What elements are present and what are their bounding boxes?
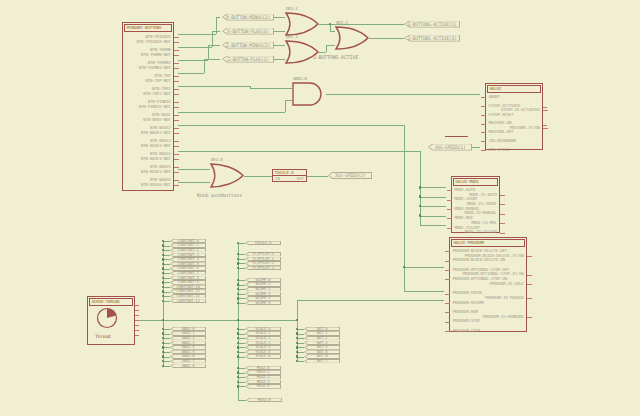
pendant-pin-pair[interactable]: BTN-BASE6BTN-BASE6-NOT <box>123 177 173 190</box>
or-gate-or2-0[interactable] <box>210 163 244 188</box>
net-flag-constant-8[interactable]: CONSTANT.8 <box>170 276 206 281</box>
net-flag-constant-13[interactable]: CONSTANT.13 <box>170 299 206 304</box>
net-flag-wcomp-0[interactable]: WCOMP.0 <box>245 278 281 283</box>
net-flag-x-button-plus[interactable]: X-BUTTON-PLUS(2) <box>222 28 274 35</box>
net-flag-scale-1[interactable]: SCALE.1 <box>245 331 281 336</box>
net-flag-z-button-plus[interactable]: Z-BUTTON-PLUS(2) <box>222 56 274 63</box>
net-flag-constant-5[interactable]: CONSTANT.5 <box>170 262 206 267</box>
pin-row[interactable]: MODE.IS-TELEOP <box>452 230 499 235</box>
halui-mode-block[interactable]: HALUI-MODE MODE.AUTOMODE.IS-AUTOMODE.JOI… <box>451 176 500 233</box>
net-flag-scale-5[interactable]: SCALE.5 <box>245 350 281 355</box>
net-flag-mux2-3[interactable]: MUX2.3 <box>245 380 281 385</box>
net-flag-constant-7[interactable]: CONSTANT.7 <box>170 271 206 276</box>
net-flag-flipflop-0[interactable]: FLIPFLOP.0 <box>245 252 281 257</box>
net-flag-scale-6[interactable]: SCALE.6 <box>245 354 281 359</box>
net-flag-and2-0[interactable]: AND2.0 <box>170 327 206 332</box>
net-flag-not-4[interactable]: NOT.4 <box>304 345 340 350</box>
pendant-pin-pair[interactable]: BTN-BASE5BTN-BASE5-NOT <box>123 164 173 177</box>
halui-program-block[interactable]: HALUI-PROGRAM PROGRAM.BLOCK-DELETE.OFFPR… <box>449 237 527 332</box>
net-flag-scale-0[interactable]: SCALE.0 <box>245 327 281 332</box>
or-gate-or2-3[interactable] <box>335 26 369 50</box>
net-flag-jog-speed-1[interactable]: JOG-SPEED(1) <box>428 144 472 151</box>
pendant-pin[interactable]: BTN-TOP2-NOT <box>123 91 173 96</box>
pendant-pin[interactable]: BTN-THUMB-NOT <box>123 52 173 57</box>
pin-row[interactable]: PROGRAM.STEP <box>450 329 526 334</box>
net-flag-mux4-0[interactable]: MUX4.0 <box>246 398 282 403</box>
pendant-pin-pair[interactable]: BTN-TOPBTN-TOP-NOT <box>123 73 173 86</box>
pendant-pin-pair[interactable]: BTN-THUMBBTN-THUMB-NOT <box>123 47 173 60</box>
pendant-pin[interactable]: BTN-BASE3-NOT <box>123 143 173 148</box>
pin-row[interactable]: JOG-SPEED <box>486 148 542 152</box>
net-flag-and2-6[interactable]: AND2.6 <box>170 354 206 359</box>
net-flag-mux2-0[interactable]: MUX2.0 <box>245 366 281 371</box>
net-flag-wcomp-3[interactable]: WCOMP.3 <box>245 292 281 297</box>
toggle-component[interactable]: TOGGLE.0 IN OUT <box>272 169 307 182</box>
net-flag-jog-speed-2[interactable]: JOG-SPEED(2) <box>328 172 372 179</box>
pendant-pin-pair[interactable]: BTN-TOP2BTN-TOP2-NOT <box>123 86 173 99</box>
net-flag-constant-4[interactable]: CONSTANT.4 <box>170 257 206 262</box>
net-flag-constant-12[interactable]: CONSTANT.12 <box>170 294 206 299</box>
pendant-pin[interactable]: BTN-BASE6-NOT <box>123 182 173 187</box>
pendant-pin[interactable]: BTN-TOP-NOT <box>123 78 173 83</box>
net-flag-not-1[interactable]: NOT.1 <box>304 331 340 336</box>
pendant-pin[interactable]: BTN-THUMB2-NOT <box>123 65 173 70</box>
net-flag-not-6[interactable]: NOT.6 <box>304 354 340 359</box>
net-flag-and2-2[interactable]: AND2.2 <box>170 336 206 341</box>
or-gate-or2-1[interactable] <box>285 40 319 64</box>
net-flag-constant-3[interactable]: CONSTANT.3 <box>170 253 206 258</box>
net-flag-z-button-minus[interactable]: Z-BUTTON-MINUS(2) <box>222 42 274 49</box>
net-flag-and2-3[interactable]: AND2.3 <box>170 341 206 346</box>
net-flag-and2-4[interactable]: AND2.4 <box>170 345 206 350</box>
net-flag-wcomp-5[interactable]: WCOMP.5 <box>245 301 281 306</box>
net-flag-scale-4[interactable]: SCALE.4 <box>245 345 281 350</box>
pendant-pin-pair[interactable]: BTN-BASE2BTN-BASE2-NOT <box>123 125 173 138</box>
net-flag-not-5[interactable]: NOT.5 <box>304 350 340 355</box>
pendant-pin-pair[interactable]: BTN-PINKIEBTN-PINKIE-NOT <box>123 99 173 112</box>
pendant-pin[interactable]: BTN-BASE4-NOT <box>123 156 173 161</box>
pendant-pin-pair[interactable]: BTN-BASE4BTN-BASE4-NOT <box>123 151 173 164</box>
net-flag-mux2-2[interactable]: MUX2.2 <box>245 375 281 380</box>
servo-thread-block[interactable]: SERVO-THREAD Thread <box>87 296 135 345</box>
net-flag-scale-2[interactable]: SCALE.2 <box>245 336 281 341</box>
net-flag-and2-7[interactable]: AND2.7 <box>170 359 206 364</box>
pendant-pin-pair[interactable]: BTN-TRIGGERBTN-TRIGGER-NOT <box>123 34 173 47</box>
net-flag-not-7[interactable]: NOT.7 <box>304 359 340 364</box>
net-flag-2-buttons-active-2[interactable]: 2-BUTTONS-ACTIVE(2) <box>404 35 460 42</box>
net-flag-constant-10[interactable]: CONSTANT.10 <box>170 285 206 290</box>
net-flag-scale-3[interactable]: SCALE.3 <box>245 341 281 346</box>
net-flag-wcomp-2[interactable]: WCOMP.2 <box>245 287 281 292</box>
net-flag-wcomp-1[interactable]: WCOMP.1 <box>245 282 281 287</box>
net-flag-2-buttons-active-1[interactable]: 2-BUTTONS-ACTIVE(1) <box>404 21 460 28</box>
net-flag-and2-5[interactable]: AND2.5 <box>170 350 206 355</box>
net-flag-constant-9[interactable]: CONSTANT.9 <box>170 280 206 285</box>
net-flag-constant-6[interactable]: CONSTANT.6 <box>170 266 206 271</box>
net-flag-mux2-4[interactable]: MUX2.4 <box>245 384 281 389</box>
net-flag-not-0[interactable]: NOT.0 <box>304 327 340 332</box>
net-flag-and2-8[interactable]: AND2.8 <box>170 364 206 369</box>
net-flag-not-3[interactable]: NOT.3 <box>304 341 340 346</box>
net-flag-mux2-1[interactable]: MUX2.1 <box>245 370 281 375</box>
and-gate-and2-0[interactable] <box>292 82 326 106</box>
net-flag-and2-1[interactable]: AND2.1 <box>170 331 206 336</box>
pendant-pin[interactable]: BTN-BASE5-NOT <box>123 169 173 174</box>
pendant-pin[interactable]: BTN-TRIGGER-NOT <box>123 39 173 44</box>
net-flag-flipflop-1[interactable]: FLIPFLOP.1 <box>245 257 281 262</box>
or-gate-or2-2[interactable] <box>285 12 319 36</box>
pendant-pin-pair[interactable]: BTN-BASE3BTN-BASE3-NOT <box>123 138 173 151</box>
net-flag-constant-1[interactable]: CONSTANT.1 <box>170 243 206 248</box>
halui-block[interactable]: HALUI ABORTESTOP.ACTIVATEESTOP.IS-ACTUAT… <box>485 83 543 150</box>
net-flag-flipflop-3[interactable]: FLIPFLOP.3 <box>245 266 281 271</box>
net-flag-x-button-minus[interactable]: X-BUTTON-MINUS(2) <box>222 14 274 21</box>
net-flag-constant-2[interactable]: CONSTANT.2 <box>170 248 206 253</box>
net-flag-toggle-0[interactable]: TOGGLE.0 <box>245 241 281 246</box>
net-flag-not-2[interactable]: NOT.2 <box>304 336 340 341</box>
net-flag-constant-0[interactable]: CONSTANT.0 <box>170 239 206 244</box>
pendant-pin-pair[interactable]: BTN-BASEBTN-BASE-NOT <box>123 112 173 125</box>
pendant-pin[interactable]: BTN-BASE2-NOT <box>123 130 173 135</box>
net-flag-wcomp-4[interactable]: WCOMP.4 <box>245 296 281 301</box>
net-flag-constant-11[interactable]: CONSTANT.11 <box>170 289 206 294</box>
net-flag-flipflop-2[interactable]: FLIPFLOP.2 <box>245 261 281 266</box>
pendant-pin[interactable]: BTN-BASE-NOT <box>123 117 173 122</box>
pendant-buttons-block[interactable]: PENDANT-BUTTONS BTN-TRIGGERBTN-TRIGGER-N… <box>122 22 174 191</box>
pendant-pin-pair[interactable]: BTN-THUMB2BTN-THUMB2-NOT <box>123 60 173 73</box>
